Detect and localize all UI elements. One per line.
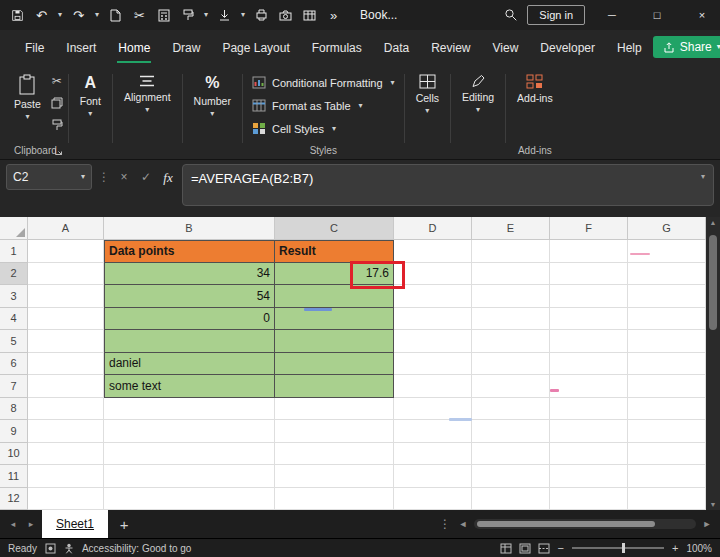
row-header-3[interactable]: 3 (0, 285, 28, 308)
row-header-4[interactable]: 4 (0, 308, 28, 331)
vertical-scrollbar[interactable]: ▲ ▼ (706, 217, 720, 510)
cut-button[interactable]: ✂ (49, 74, 65, 88)
cell[interactable] (628, 465, 706, 488)
undo-icon[interactable]: ↶ (34, 7, 49, 23)
conditional-formatting-button[interactable]: Conditional Formatting ▾ (246, 72, 401, 93)
cell[interactable] (628, 488, 706, 511)
search-icon[interactable] (503, 7, 518, 23)
cell[interactable] (550, 285, 628, 308)
number-dropdown-icon[interactable]: ▾ (210, 110, 214, 118)
cell[interactable] (472, 420, 550, 443)
cell[interactable] (550, 488, 628, 511)
cell[interactable] (472, 240, 550, 263)
cell[interactable] (550, 420, 628, 443)
page-break-view-icon[interactable] (538, 543, 550, 554)
toolbar-overflow-icon[interactable]: » (326, 7, 341, 23)
row-header-9[interactable]: 9 (0, 420, 28, 443)
scroll-down-icon[interactable]: ▼ (710, 501, 717, 508)
formula-input[interactable]: =AVERAGEA(B2:B7) ▾ (182, 164, 714, 206)
scroll-up-icon[interactable]: ▲ (710, 219, 717, 226)
accessibility-status[interactable]: Accessibility: Good to go (82, 543, 192, 554)
cell[interactable] (628, 353, 706, 376)
tab-formulas[interactable]: Formulas (311, 32, 363, 63)
cancel-icon[interactable]: × (116, 170, 132, 184)
undo-dropdown-icon[interactable]: ▾ (58, 11, 62, 19)
sheet-nav-left-icon[interactable]: ◂ (6, 519, 20, 529)
tab-developer[interactable]: Developer (539, 32, 596, 63)
zoom-slider[interactable] (572, 547, 664, 549)
tab-view[interactable]: View (492, 32, 520, 63)
cell[interactable] (472, 465, 550, 488)
cell[interactable] (28, 420, 104, 443)
cell[interactable] (550, 308, 628, 331)
share-button[interactable]: Share ▾ (653, 36, 720, 58)
save-icon[interactable] (10, 7, 25, 23)
cell[interactable] (28, 263, 104, 286)
cell[interactable] (394, 465, 472, 488)
cell[interactable] (28, 330, 104, 353)
cells-dropdown-icon[interactable]: ▾ (425, 107, 429, 115)
cell[interactable] (472, 375, 550, 398)
name-box[interactable]: C2 ▾ (6, 164, 92, 190)
cell[interactable] (28, 285, 104, 308)
normal-view-icon[interactable] (500, 543, 512, 554)
row-header-10[interactable]: 10 (0, 443, 28, 466)
calculator-icon[interactable] (156, 7, 171, 23)
format-as-table-button[interactable]: Format as Table ▾ (246, 95, 369, 116)
tabbar-menu-icon[interactable]: ⋮ (438, 517, 452, 531)
copy-button[interactable] (49, 96, 65, 110)
tab-help[interactable]: Help (616, 32, 643, 63)
tab-review[interactable]: Review (430, 32, 471, 63)
cell[interactable] (628, 263, 706, 286)
zoom-in-button[interactable]: + (672, 542, 678, 554)
cell-B4[interactable]: 0 (104, 308, 275, 331)
column-header-F[interactable]: F (550, 217, 628, 240)
cell[interactable] (104, 420, 275, 443)
download-dropdown-icon[interactable]: ▾ (241, 11, 245, 19)
cell[interactable] (472, 330, 550, 353)
table-icon[interactable] (302, 7, 317, 23)
select-all-button[interactable] (0, 217, 28, 240)
cell[interactable] (28, 375, 104, 398)
cell[interactable] (628, 375, 706, 398)
cell[interactable] (550, 353, 628, 376)
cell[interactable] (550, 375, 628, 398)
cell[interactable] (28, 465, 104, 488)
cell[interactable] (628, 443, 706, 466)
cell[interactable] (275, 420, 394, 443)
close-button[interactable]: × (684, 0, 720, 30)
cell[interactable] (28, 353, 104, 376)
column-header-D[interactable]: D (394, 217, 472, 240)
accessibility-checker-icon[interactable] (64, 543, 74, 554)
sheet-nav-right-icon[interactable]: ▸ (24, 519, 38, 529)
cell[interactable] (550, 240, 628, 263)
maximize-button[interactable]: □ (639, 0, 675, 30)
paste-dropdown-icon[interactable]: ▾ (25, 113, 29, 121)
horizontal-scrollbar[interactable] (474, 519, 696, 529)
format-painter-button[interactable] (49, 118, 65, 132)
cell[interactable] (472, 398, 550, 421)
tab-data[interactable]: Data (383, 32, 410, 63)
row-header-7[interactable]: 7 (0, 375, 28, 398)
tab-page-layout[interactable]: Page Layout (221, 32, 290, 63)
column-header-B[interactable]: B (104, 217, 275, 240)
vertical-scrollbar-thumb[interactable] (709, 235, 717, 330)
cell[interactable] (104, 465, 275, 488)
cell[interactable] (275, 465, 394, 488)
cell[interactable] (394, 308, 472, 331)
cell-C1[interactable]: Result (275, 240, 394, 263)
cell[interactable] (394, 263, 472, 286)
cell-B3[interactable]: 54 (104, 285, 275, 308)
cell[interactable] (628, 308, 706, 331)
cell-styles-button[interactable]: Cell Styles ▾ (246, 118, 342, 139)
editing-dropdown-icon[interactable]: ▾ (476, 106, 480, 114)
name-box-dropdown-icon[interactable]: ▾ (81, 173, 85, 181)
cell[interactable] (394, 488, 472, 511)
column-header-C[interactable]: C (275, 217, 394, 240)
cell[interactable] (394, 443, 472, 466)
cell[interactable] (28, 443, 104, 466)
insert-function-icon[interactable]: fx (160, 170, 176, 186)
font-dropdown-icon[interactable]: ▾ (88, 110, 92, 118)
row-header-8[interactable]: 8 (0, 398, 28, 421)
row-header-1[interactable]: 1 (0, 240, 28, 263)
